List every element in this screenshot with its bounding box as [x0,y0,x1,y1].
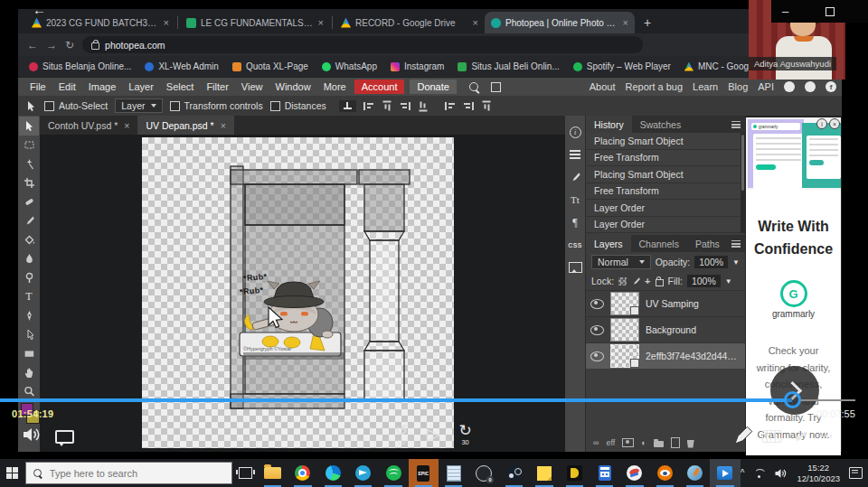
brush-panel-button[interactable] [567,170,583,184]
menu-file[interactable]: File [24,81,52,92]
tab-close-icon[interactable]: × [318,17,324,28]
restore-button[interactable] [826,7,835,16]
layer-mask-icon[interactable] [622,438,634,447]
taskbar-chrome[interactable] [288,459,317,487]
taskbar-epic-games[interactable]: EPIC [409,459,439,487]
link-layers-icon[interactable]: ∞ [593,438,599,447]
lock-all-icon[interactable] [656,279,664,286]
subtitles-button[interactable] [762,430,782,443]
layer-row-uv-samping[interactable]: UV Samping [586,290,745,316]
distribute-center-icon[interactable] [482,100,490,111]
tool-blur[interactable] [19,249,39,268]
layer-row-background[interactable]: Background [586,316,745,342]
image-panel-button[interactable] [567,260,583,275]
tab-channels[interactable]: Channels [631,235,687,252]
taskbar-notepad[interactable] [439,459,468,487]
panel-menu-icon[interactable] [731,240,741,248]
reddit-icon[interactable] [784,81,795,92]
menu-edit[interactable]: Edit [52,81,82,92]
reload-icon[interactable]: ↻ [65,39,74,52]
tool-path-select[interactable] [19,325,39,344]
tool-pen[interactable] [19,306,39,325]
link-learn[interactable]: Learn [693,81,718,92]
align-left-icon[interactable] [363,102,374,110]
fill-caret-icon[interactable]: ▼ [725,277,732,286]
tray-volume-icon[interactable] [774,468,788,479]
browser-tab-3[interactable]: RECORD - Google Drive × [335,12,485,33]
download-option-button[interactable] [339,100,356,112]
taskbar-edge[interactable] [318,459,348,487]
visibility-eye-icon[interactable] [590,325,604,335]
ad-close-icon[interactable]: × [829,118,840,129]
tab-swatches[interactable]: Swatches [632,116,690,133]
browser-tab-active-photopea[interactable]: Photopea | Online Photo Editor × [485,12,635,33]
taskbar-sticky-notes[interactable] [529,459,559,487]
layer-thumbnail[interactable] [610,318,639,342]
video-progress-remaining[interactable] [799,399,855,401]
layer-row-selected[interactable]: 2effb3f74e43d2d445357 [586,342,745,369]
taskbar-paint3d[interactable] [680,459,710,487]
back-icon[interactable]: ← [27,39,38,52]
history-item[interactable]: Layer Order [586,200,745,217]
browser-tab-2[interactable]: LE CG FUNDAMENTALS BATCH3 × [180,12,330,33]
forward-30-button[interactable]: ↻30 [455,423,476,446]
menu-layer[interactable]: Layer [122,81,160,92]
address-bar[interactable]: photopea.com [82,36,643,53]
group-folder-icon[interactable] [654,441,664,447]
fullscreen-icon[interactable] [491,82,501,92]
distances-checkbox[interactable]: Distances [270,100,326,111]
css-panel-button[interactable]: CSS [567,238,583,252]
menu-view[interactable]: View [235,81,269,92]
adjust-panel-button[interactable] [567,147,583,162]
tool-type[interactable]: T [19,287,39,306]
character-panel-button[interactable]: Tt [567,192,583,207]
paragraph-panel-button[interactable]: ¶ [567,215,583,229]
tool-paint-bucket[interactable] [19,230,39,249]
link-blog[interactable]: Blog [728,81,748,92]
start-button[interactable] [0,459,25,487]
tray-expand-icon[interactable]: ^ [741,468,745,478]
opacity-caret-icon[interactable]: ▼ [732,258,740,267]
bookmark-situs-jual-beli[interactable]: Situs Jual Beli Onlin... [458,61,559,71]
tool-dodge[interactable] [19,268,39,287]
search-icon[interactable] [469,82,478,91]
bookmark-whatsapp[interactable]: WhatsApp [322,61,377,71]
twitter-icon[interactable] [805,81,816,92]
wifi-icon[interactable] [753,469,765,478]
bookmark-instagram[interactable]: Instagram [391,61,444,71]
distribute-horizontal-icon[interactable] [445,102,456,110]
donate-button[interactable]: Donate [410,80,456,94]
account-button[interactable]: Account [354,80,405,94]
link-about[interactable]: About [590,81,616,92]
taskbar-movies-tv[interactable] [710,459,740,487]
info-panel-button[interactable]: i [567,125,583,139]
visibility-eye-icon[interactable] [590,351,604,361]
tab-close-icon[interactable]: × [473,17,478,28]
menu-more[interactable]: More [317,81,353,92]
align-top-icon[interactable] [382,100,391,111]
menu-select[interactable]: Select [160,81,201,92]
taskbar-capture-app[interactable] [619,459,649,487]
layer-thumbnail-selected[interactable] [610,344,639,368]
history-item[interactable]: Placing Smart Object [586,133,745,150]
lock-transparency-icon[interactable] [618,277,627,286]
link-report-a-bug[interactable]: Report a bug [625,81,683,92]
taskbar-blender[interactable] [650,459,680,487]
tool-crop[interactable] [19,173,39,192]
blend-mode-select[interactable]: Normal [591,255,651,269]
rewind-10-button[interactable]: ↺10 [391,423,412,446]
new-tab-button[interactable]: + [644,15,651,30]
tool-heal[interactable] [19,192,39,211]
opacity-value[interactable]: 100% [694,256,728,268]
tool-magic-wand[interactable] [19,155,39,173]
taskbar-search[interactable] [25,462,232,484]
menu-image[interactable]: Image [82,81,123,92]
fill-value[interactable]: 100% [687,275,721,287]
comment-button[interactable] [55,430,74,444]
search-input[interactable] [48,467,205,480]
canvas-viewport[interactable]: *Rub* *Rub* ©Hypergryph ©Yostar [40,135,565,452]
bookmark-xl-web-admin[interactable]: XL-Web Admin [145,61,219,71]
link-api[interactable]: API [758,81,774,92]
facebook-icon[interactable]: f [826,81,836,92]
player-back-button[interactable]: ← [33,2,46,17]
